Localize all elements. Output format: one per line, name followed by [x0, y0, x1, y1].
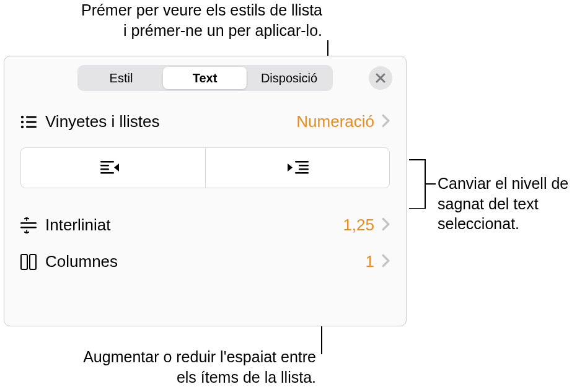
svg-rect-14 — [20, 222, 37, 224]
panel-header: Estil Text Disposició — [4, 65, 406, 91]
columns-row[interactable]: Columnes 1 — [4, 243, 406, 280]
svg-rect-16 — [21, 255, 27, 269]
svg-rect-15 — [20, 227, 37, 229]
increase-indent-button[interactable] — [206, 148, 390, 188]
callout-leader-right — [409, 159, 434, 209]
line-spacing-row[interactable]: Interliniat 1,25 — [4, 207, 406, 243]
svg-rect-9 — [100, 172, 114, 174]
bullet-list-icon — [20, 115, 45, 129]
format-panel: Estil Text Disposició Viny — [4, 56, 407, 326]
tab-layout[interactable]: Disposició — [247, 67, 331, 89]
svg-rect-10 — [295, 161, 309, 163]
svg-rect-8 — [100, 168, 109, 170]
bullets-lists-row[interactable]: Vinyetes i llistes Numeració — [4, 103, 406, 140]
columns-label: Columnes — [45, 252, 366, 271]
line-spacing-label: Interliniat — [45, 216, 343, 235]
close-icon — [376, 73, 385, 83]
svg-rect-11 — [299, 165, 309, 167]
svg-point-0 — [21, 115, 24, 118]
columns-value: 1 — [366, 252, 374, 271]
tab-text[interactable]: Text — [163, 67, 247, 89]
decrease-indent-button[interactable] — [21, 148, 206, 188]
format-tabs-segmented: Estil Text Disposició — [77, 65, 333, 91]
increase-indent-icon — [285, 160, 310, 176]
svg-rect-17 — [30, 255, 36, 269]
tab-style[interactable]: Estil — [79, 67, 163, 89]
panel-body: Vinyetes i llistes Numeració — [4, 103, 406, 280]
svg-rect-12 — [299, 168, 309, 170]
svg-rect-7 — [100, 165, 109, 167]
chevron-right-icon — [382, 217, 390, 233]
callout-right: Canviar el nivell de sagnat del text sel… — [438, 173, 577, 234]
svg-rect-5 — [26, 126, 37, 128]
decrease-indent-icon — [100, 160, 125, 176]
bullets-lists-value: Numeració — [296, 112, 374, 131]
line-spacing-icon — [20, 217, 45, 233]
callout-top: Prémer per veure els estils de llista i … — [74, 0, 322, 40]
svg-rect-3 — [26, 121, 37, 123]
chevron-right-icon — [382, 254, 390, 270]
svg-point-2 — [21, 120, 24, 123]
svg-rect-13 — [295, 172, 309, 174]
indent-controls — [20, 147, 390, 188]
chevron-right-icon — [382, 114, 390, 130]
callout-bottom: Augmentar o reduir l'espaiat entre els í… — [68, 347, 316, 387]
line-spacing-value: 1,25 — [343, 216, 374, 235]
svg-point-4 — [21, 125, 24, 128]
svg-rect-6 — [100, 161, 114, 163]
close-button[interactable] — [369, 66, 392, 90]
svg-rect-1 — [26, 116, 37, 118]
columns-icon — [20, 254, 45, 270]
bullets-lists-label: Vinyetes i llistes — [45, 112, 296, 131]
